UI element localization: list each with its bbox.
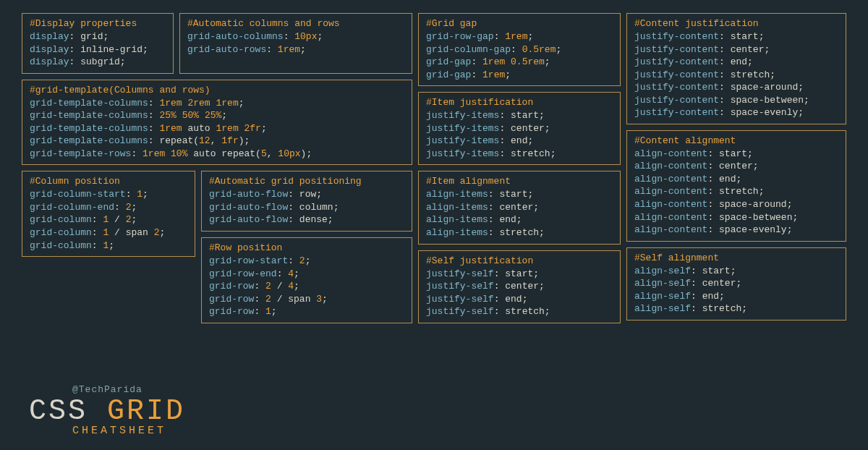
code-line: justify-items: end; [426, 135, 613, 148]
column-a: #Display propertiesdisplay: grid;display… [22, 13, 412, 437]
card-item-justification: #Item justificationjustify-items: start;… [418, 92, 621, 165]
title-css: CSS [29, 395, 107, 428]
title: CSS GRID [29, 395, 195, 428]
code-line: align-content: space-evenly; [634, 224, 838, 237]
card-item-alignment: #Item alignmentalign-items: start;align-… [418, 171, 621, 244]
card-grid-gap: #Grid gapgrid-row-gap: 1rem;grid-column-… [418, 13, 621, 86]
code-line: justify-self: stretch; [426, 305, 613, 318]
code-line: grid-gap: 1rem; [426, 69, 613, 82]
code-line: justify-self: end; [426, 293, 613, 306]
code-line: align-items: stretch; [426, 226, 613, 239]
code-line: justify-items: stretch; [426, 148, 613, 161]
code-line: justify-content: end; [634, 56, 838, 69]
card-title: #Column position [30, 176, 187, 187]
code-line: justify-self: start; [426, 268, 613, 281]
code-line: grid-template-rows: 1rem 10% auto repeat… [30, 148, 404, 161]
code-line: grid-auto-flow: row; [209, 188, 404, 201]
code-line: display: subgrid; [30, 56, 166, 69]
code-line: grid-column: 1 / 2; [30, 213, 187, 226]
code-line: align-content: start; [634, 148, 838, 161]
code-line: grid-column: 1 / span 2; [30, 226, 187, 239]
branding: @TechParida CSS GRID CHEATSHEET [22, 380, 195, 437]
code-line: justify-content: space-evenly; [634, 106, 838, 119]
card-title: #Item alignment [426, 176, 613, 187]
code-line: grid-auto-flow: dense; [209, 213, 404, 226]
card-content-alignment: #Content alignmentalign-content: start;a… [626, 130, 846, 242]
card-auto-cols-rows: #Automatic columns and rowsgrid-auto-col… [179, 13, 412, 74]
code-line: grid-template-columns: 1rem auto 1rem 2f… [30, 122, 404, 135]
column-c: #Content justificationjustify-content: s… [626, 13, 846, 437]
code-line: grid-template-columns: repeat(12, 1fr); [30, 135, 404, 148]
code-line: justify-items: center; [426, 122, 613, 135]
code-line: display: grid; [30, 30, 166, 43]
column-b: #Grid gapgrid-row-gap: 1rem;grid-column-… [418, 13, 621, 437]
code-line: justify-content: space-around; [634, 81, 838, 94]
code-line: grid-column-start: 1; [30, 188, 187, 201]
card-title: #Automatic grid positioning [209, 176, 404, 187]
code-line: align-self: start; [634, 265, 838, 278]
card-column-position: #Column positiongrid-column-start: 1;gri… [22, 171, 195, 257]
code-line: grid-row-start: 2; [209, 255, 404, 268]
code-line: justify-content: start; [634, 30, 838, 43]
code-line: align-content: end; [634, 173, 838, 186]
code-line: align-content: space-between; [634, 211, 838, 224]
code-line: grid-gap: 1rem 0.5rem; [426, 56, 613, 69]
code-line: grid-template-columns: 25% 50% 25%; [30, 109, 404, 122]
card-content-justification: #Content justificationjustify-content: s… [626, 13, 846, 124]
code-line: align-content: center; [634, 160, 838, 173]
card-title: #Self justification [426, 255, 613, 266]
code-line: align-self: center; [634, 277, 838, 290]
code-line: align-items: end; [426, 213, 613, 226]
card-grid-template: #grid-template(Columns and rows)grid-tem… [22, 80, 412, 166]
code-line: grid-column-end: 2; [30, 201, 187, 214]
card-title: #Display properties [30, 18, 166, 29]
card-title: #Row position [209, 242, 404, 253]
card-display: #Display propertiesdisplay: grid;display… [22, 13, 174, 74]
card-title: #Item justification [426, 97, 613, 108]
code-line: grid-auto-rows: 1rem; [187, 43, 404, 56]
code-line: grid-row: 2 / 4; [209, 280, 404, 293]
code-line: align-content: stretch; [634, 185, 838, 198]
title-grid: GRID [107, 395, 185, 428]
card-title: #Content justification [634, 18, 838, 29]
code-line: grid-row-end: 4; [209, 268, 404, 281]
code-line: grid-row-gap: 1rem; [426, 30, 613, 43]
code-line: grid-auto-flow: column; [209, 201, 404, 214]
code-line: grid-row: 1; [209, 305, 404, 318]
card-self-justification: #Self justificationjustify-self: start;j… [418, 250, 621, 323]
card-title: #Content alignment [634, 135, 838, 146]
author-handle: @TechParida [72, 384, 195, 395]
card-row-position: #Row positiongrid-row-start: 2;grid-row-… [201, 237, 412, 323]
code-line: align-self: end; [634, 290, 838, 303]
code-line: justify-self: center; [426, 280, 613, 293]
card-auto-positioning: #Automatic grid positioninggrid-auto-flo… [201, 171, 412, 232]
code-line: align-items: center; [426, 201, 613, 214]
card-title: #Grid gap [426, 18, 613, 29]
code-line: justify-content: space-between; [634, 94, 838, 107]
code-line: align-self: stretch; [634, 302, 838, 315]
code-line: grid-auto-columns: 10px; [187, 30, 404, 43]
code-line: grid-column: 1; [30, 239, 187, 252]
card-title: #Automatic columns and rows [187, 18, 404, 29]
code-line: justify-items: start; [426, 109, 613, 122]
code-line: align-content: space-around; [634, 198, 838, 211]
code-line: justify-content: center; [634, 43, 838, 56]
code-line: justify-content: stretch; [634, 69, 838, 82]
code-line: grid-template-columns: 1rem 2rem 1rem; [30, 97, 404, 110]
card-self-alignment: #Self alignmentalign-self: start;align-s… [626, 247, 846, 320]
code-line: display: inline-grid; [30, 43, 166, 56]
code-line: align-items: start; [426, 188, 613, 201]
code-line: grid-row: 2 / span 3; [209, 293, 404, 306]
cheatsheet-root: #Display propertiesdisplay: grid;display… [22, 13, 846, 437]
card-title: #grid-template(Columns and rows) [30, 85, 404, 95]
card-title: #Self alignment [634, 252, 838, 263]
code-line: grid-column-gap: 0.5rem; [426, 43, 613, 56]
